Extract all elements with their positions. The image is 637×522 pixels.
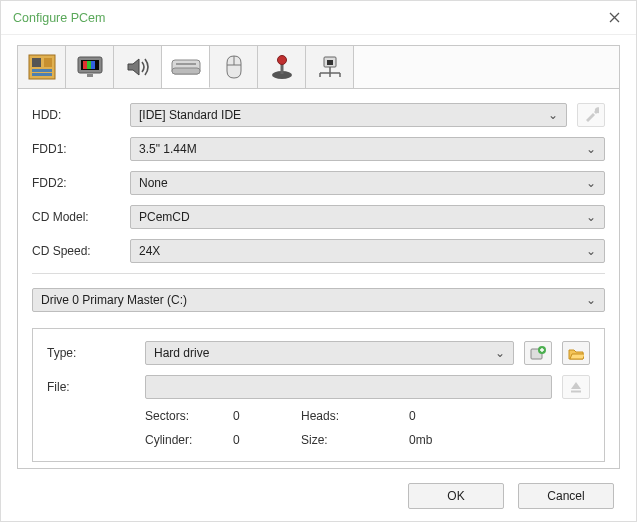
dialog-window: Configure PCem [0, 0, 637, 522]
drive-slot-value: Drive 0 Primary Master (C:) [41, 293, 187, 307]
open-image-button[interactable] [562, 341, 590, 365]
drive-detail-panel: Type: Hard drive ⌄ [32, 328, 605, 462]
hdd-config-button[interactable] [577, 103, 605, 127]
svg-rect-1 [32, 58, 41, 67]
type-label: Type: [47, 346, 135, 360]
sectors-label: Sectors: [145, 409, 225, 423]
window-title: Configure PCem [13, 11, 105, 25]
cancel-button[interactable]: Cancel [518, 483, 614, 509]
monitor-icon [76, 54, 104, 80]
fdd2-label: FDD2: [32, 176, 120, 190]
joystick-tab[interactable] [258, 46, 306, 88]
fdd1-value: 3.5" 1.44M [139, 142, 197, 156]
svg-rect-4 [44, 58, 52, 67]
fdd1-select[interactable]: 3.5" 1.44M ⌄ [130, 137, 605, 161]
svg-rect-20 [327, 60, 333, 65]
svg-rect-8 [87, 61, 91, 69]
cd-model-value: PCemCD [139, 210, 190, 224]
type-value: Hard drive [154, 346, 209, 360]
display-tab[interactable] [66, 46, 114, 88]
cd-speed-value: 24X [139, 244, 160, 258]
chevron-down-icon: ⌄ [586, 293, 596, 307]
chevron-down-icon: ⌄ [586, 176, 596, 190]
mouse-tab[interactable] [210, 46, 258, 88]
speaker-icon [124, 54, 152, 80]
cd-speed-select[interactable]: 24X ⌄ [130, 239, 605, 263]
heads-value: 0 [409, 409, 489, 423]
svg-rect-7 [83, 61, 87, 69]
fdd2-value: None [139, 176, 168, 190]
new-disk-icon [530, 346, 546, 360]
cylinder-value: 0 [233, 433, 293, 447]
cylinder-label: Cylinder: [145, 433, 225, 447]
motherboard-tab[interactable] [18, 46, 66, 88]
ok-label: OK [447, 489, 464, 503]
eject-icon [569, 380, 583, 394]
eject-button[interactable] [562, 375, 590, 399]
new-image-button[interactable] [524, 341, 552, 365]
geometry-readout: Sectors: 0 Heads: 0 Cylinder: 0 Size: 0m… [145, 409, 590, 447]
joystick-icon [270, 54, 294, 80]
sound-tab[interactable] [114, 46, 162, 88]
cd-model-select[interactable]: PCemCD ⌄ [130, 205, 605, 229]
svg-rect-12 [172, 68, 200, 74]
cd-speed-label: CD Speed: [32, 244, 120, 258]
network-tab[interactable] [306, 46, 354, 88]
svg-rect-13 [176, 63, 196, 65]
heads-label: Heads: [301, 409, 401, 423]
folder-open-icon [568, 346, 584, 360]
fdd1-label: FDD1: [32, 142, 120, 156]
motherboard-icon [28, 54, 56, 80]
wrench-icon [583, 107, 599, 123]
type-select[interactable]: Hard drive ⌄ [145, 341, 514, 365]
svg-rect-28 [571, 391, 581, 393]
cancel-label: Cancel [547, 489, 584, 503]
sectors-value: 0 [233, 409, 293, 423]
drives-tab[interactable] [162, 46, 210, 88]
hdd-value: [IDE] Standard IDE [139, 108, 241, 122]
divider [32, 273, 605, 274]
svg-rect-3 [32, 73, 52, 76]
chevron-down-icon: ⌄ [495, 346, 505, 360]
dialog-footer: OK Cancel [17, 469, 620, 517]
close-button[interactable] [592, 1, 636, 35]
drives-panel: HDD: [IDE] Standard IDE ⌄ FDD1: 3.5" 1.4… [17, 89, 620, 469]
titlebar: Configure PCem [1, 1, 636, 35]
file-label: File: [47, 380, 135, 394]
network-icon [317, 54, 343, 80]
window-buttons [592, 1, 636, 35]
size-label: Size: [301, 433, 401, 447]
chevron-down-icon: ⌄ [586, 210, 596, 224]
cd-model-label: CD Model: [32, 210, 120, 224]
svg-rect-9 [91, 61, 95, 69]
file-input[interactable] [145, 375, 552, 399]
hdd-icon [171, 56, 201, 78]
svg-rect-2 [32, 69, 52, 72]
mouse-icon [223, 54, 245, 80]
fdd2-select[interactable]: None ⌄ [130, 171, 605, 195]
tab-strip [17, 45, 620, 89]
hdd-label: HDD: [32, 108, 120, 122]
svg-point-18 [277, 56, 286, 65]
size-value: 0mb [409, 433, 489, 447]
content-area: HDD: [IDE] Standard IDE ⌄ FDD1: 3.5" 1.4… [1, 35, 636, 522]
chevron-down-icon: ⌄ [548, 108, 558, 122]
ok-button[interactable]: OK [408, 483, 504, 509]
svg-rect-10 [87, 74, 93, 77]
chevron-down-icon: ⌄ [586, 244, 596, 258]
close-icon [609, 12, 620, 23]
drive-slot-select[interactable]: Drive 0 Primary Master (C:) ⌄ [32, 288, 605, 312]
hdd-select[interactable]: [IDE] Standard IDE ⌄ [130, 103, 567, 127]
chevron-down-icon: ⌄ [586, 142, 596, 156]
